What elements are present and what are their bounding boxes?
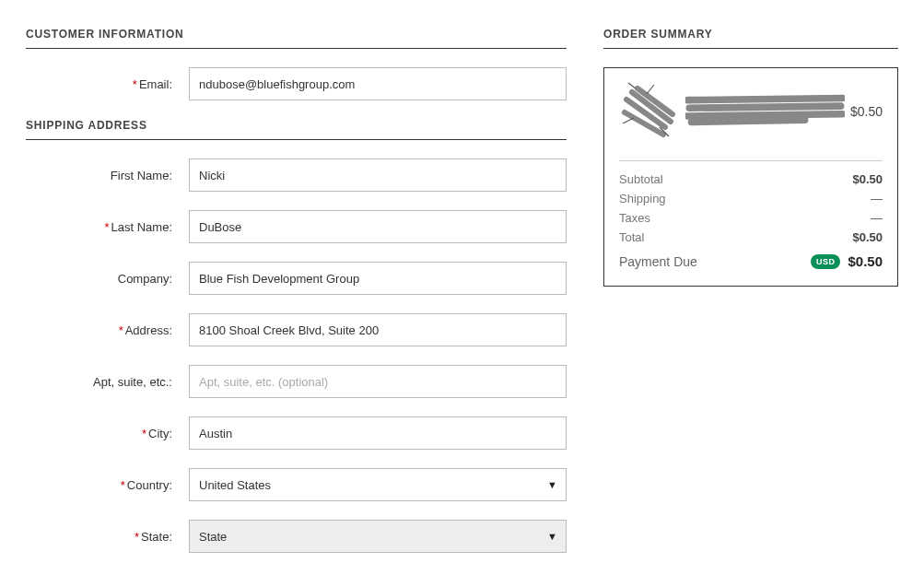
- svg-line-0: [628, 83, 636, 88]
- first-name-field[interactable]: [189, 158, 567, 192]
- item-price: $0.50: [841, 104, 883, 119]
- label-apt: Apt, suite, etc.:: [26, 375, 189, 389]
- redacted-item-name: [685, 92, 845, 126]
- company-field[interactable]: [189, 262, 567, 295]
- subtotal-label: Subtotal: [619, 172, 663, 186]
- label-address: *Address:: [26, 323, 189, 337]
- payment-due-value: $0.50: [848, 253, 883, 269]
- city-field[interactable]: [189, 416, 567, 450]
- email-field[interactable]: [189, 67, 567, 100]
- section-shipping: SHIPPING ADDRESS: [26, 119, 567, 140]
- taxes-value: —: [871, 211, 883, 225]
- total-label: Total: [619, 230, 644, 244]
- address-field[interactable]: [189, 313, 567, 346]
- order-item: $0.50: [619, 81, 883, 142]
- state-select[interactable]: State: [189, 520, 567, 553]
- label-company: Company:: [26, 272, 189, 286]
- product-thumbnail: [619, 81, 680, 142]
- label-country: *Country:: [26, 478, 189, 492]
- section-order-summary: ORDER SUMMARY: [603, 28, 898, 49]
- shipping-value: —: [871, 192, 883, 205]
- country-select[interactable]: United States: [189, 468, 567, 501]
- label-city: *City:: [26, 427, 189, 440]
- taxes-label: Taxes: [619, 211, 650, 225]
- svg-line-1: [647, 85, 654, 94]
- order-summary-box: $0.50 Subtotal $0.50 Shipping — Taxes — …: [603, 67, 898, 287]
- last-name-field[interactable]: [189, 210, 567, 243]
- currency-badge: USD: [811, 254, 841, 269]
- section-customer-info: CUSTOMER INFORMATION: [26, 28, 567, 49]
- label-last-name: *Last Name:: [26, 220, 189, 234]
- shipping-label: Shipping: [619, 192, 666, 205]
- payment-due-label: Payment Due: [619, 254, 697, 269]
- apt-field[interactable]: [189, 365, 567, 398]
- label-first-name: First Name:: [26, 169, 189, 182]
- total-value: $0.50: [852, 230, 883, 244]
- label-email: *Email:: [26, 77, 189, 91]
- svg-line-3: [623, 118, 634, 123]
- subtotal-value: $0.50: [852, 172, 883, 186]
- label-state: *State:: [26, 530, 189, 544]
